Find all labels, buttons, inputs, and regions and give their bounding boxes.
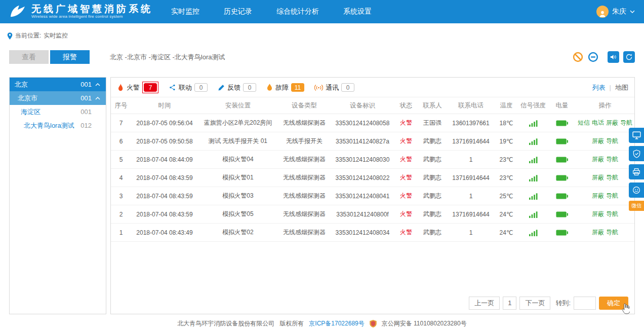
refresh-button[interactable] xyxy=(623,51,635,63)
signal-icon xyxy=(529,193,538,200)
tree-item-label: 北京 xyxy=(15,80,28,89)
prev-page-button[interactable]: 上一页 xyxy=(469,297,500,310)
tree-item-2[interactable]: 北京市001 xyxy=(10,91,106,105)
row-contact: 王国强 xyxy=(418,114,447,132)
view-list-link[interactable]: 列表 xyxy=(592,83,606,92)
nav-item-3[interactable]: 综合统计分析 xyxy=(276,7,319,16)
filter-count-wrap: 11 xyxy=(291,83,304,92)
table-row: 42018-07-04 08:43:59模拟火警01无线感烟探测器3353012… xyxy=(111,169,634,187)
current-page[interactable]: 1 xyxy=(503,297,516,310)
table-row: 62018-07-05 09:50:58测试 无线手报开关 01无线手报开关33… xyxy=(111,132,634,151)
next-page-button[interactable]: 下一页 xyxy=(519,297,550,310)
row-time: 2018-07-04 08:43:59 xyxy=(131,205,198,224)
row-signal xyxy=(518,169,548,187)
row-temp: 18℃ xyxy=(495,114,518,132)
printer-button[interactable] xyxy=(629,164,644,179)
row-contact: 武鹏志 xyxy=(418,169,447,187)
footer-icp-link[interactable]: 京ICP备17022689号 xyxy=(309,319,364,328)
chevron-down-icon xyxy=(630,10,635,13)
service-button[interactable] xyxy=(629,182,644,198)
column-header-9: 温度 xyxy=(495,97,518,114)
op-link[interactable]: 屏蔽 xyxy=(592,137,604,144)
column-header-11: 电量 xyxy=(548,97,576,114)
minus-circle-button[interactable] xyxy=(587,52,598,63)
breadcrumb-value: 实时监控 xyxy=(44,31,68,40)
nav-item-2[interactable]: 历史记录 xyxy=(224,7,252,16)
op-link[interactable]: 导航 xyxy=(606,210,618,217)
footer-police: 京公网安备 11010802023280号 xyxy=(382,319,467,328)
table-body: 72018-07-05 09:56:04蓝旗营小区2单元202房间无线感烟探测器… xyxy=(111,114,634,242)
printer-icon xyxy=(632,168,640,176)
row-signal xyxy=(518,132,548,151)
confirm-button[interactable]: 确定 xyxy=(599,297,628,310)
row-temp: 24℃ xyxy=(495,205,518,224)
op-link[interactable]: 导航 xyxy=(606,156,618,163)
wechat-tag[interactable]: 微信 xyxy=(629,201,644,211)
user-menu[interactable]: 朱庆 xyxy=(596,6,635,18)
view-map-link[interactable]: 地图 xyxy=(615,83,628,92)
tree-item-1[interactable]: 北京001 xyxy=(10,78,106,91)
op-link[interactable]: 短信 xyxy=(578,119,590,126)
tree-item-count: 012 xyxy=(80,122,92,129)
column-header-1: 序号 xyxy=(111,97,131,114)
tab-view[interactable]: 查看 xyxy=(9,50,49,64)
filter-linkage[interactable]: 联动0 xyxy=(169,83,208,92)
filter-feedback[interactable]: 反馈0 xyxy=(218,83,256,92)
row-ops: 屏蔽导航 xyxy=(576,224,634,242)
op-link[interactable]: 屏蔽 xyxy=(606,119,618,126)
column-header-3: 安装位置 xyxy=(198,97,278,114)
row-no: 7 xyxy=(111,114,131,132)
op-link[interactable]: 屏蔽 xyxy=(592,229,604,236)
op-link[interactable]: 导航 xyxy=(620,119,632,126)
footer-company: 北大青鸟环宇消防设备股份有限公司 xyxy=(177,319,274,328)
prohibit-button[interactable] xyxy=(572,52,583,63)
filter-fire[interactable]: 火警7 xyxy=(117,82,158,93)
filter-label: 反馈 xyxy=(227,83,240,92)
row-temp: 25℃ xyxy=(495,187,518,205)
filter-comm[interactable]: 通讯0 xyxy=(314,83,354,92)
region-tree: 北京001北京市001海淀区001北大青鸟lora测试012 xyxy=(9,77,106,314)
row-temp: 19℃ xyxy=(495,132,518,151)
op-link[interactable]: 导航 xyxy=(606,174,618,181)
op-link[interactable]: 屏蔽 xyxy=(592,192,604,199)
fire-icon xyxy=(117,84,124,92)
signal-icon xyxy=(529,120,538,127)
op-link[interactable]: 导航 xyxy=(606,229,618,236)
feedback-icon xyxy=(218,84,225,91)
op-link[interactable]: 屏蔽 xyxy=(592,156,604,163)
filter-count-wrap: 7 xyxy=(142,82,158,93)
filter-count: 0 xyxy=(243,83,256,92)
op-link[interactable]: 屏蔽 xyxy=(592,174,604,181)
table-row: 52018-07-04 08:44:09模拟火警04无线感烟探测器3353012… xyxy=(111,151,634,169)
row-battery xyxy=(548,169,576,187)
speaker-button[interactable] xyxy=(608,51,619,63)
row-phone: 13716914644 xyxy=(447,132,495,151)
shield-button[interactable] xyxy=(629,146,644,161)
tree-item-3[interactable]: 海淀区001 xyxy=(10,105,106,119)
op-link[interactable]: 电话 xyxy=(592,119,604,126)
monitor-button[interactable] xyxy=(629,128,644,143)
nav-item-4[interactable]: 系统设置 xyxy=(343,7,372,16)
row-phone: 1 xyxy=(447,187,495,205)
comm-icon xyxy=(314,84,323,91)
column-header-2: 时间 xyxy=(131,97,198,114)
nav-item-1[interactable]: 实时监控 xyxy=(171,7,199,16)
goto-page-input[interactable] xyxy=(574,297,596,310)
row-temp: 23℃ xyxy=(495,169,518,187)
shield-icon xyxy=(633,150,640,158)
alarm-panel: 火警7联动0反馈0故障11通讯0 列表 | 地图 序号时间安装位置设备类型设备标… xyxy=(110,77,635,314)
filter-count: 11 xyxy=(291,83,304,92)
location-pin-icon xyxy=(7,32,13,40)
column-header-8: 联系电话 xyxy=(447,97,495,114)
tab-alarm[interactable]: 报警 xyxy=(50,50,90,64)
op-link[interactable]: 导航 xyxy=(606,192,618,199)
tree-item-4[interactable]: 北大青鸟lora测试012 xyxy=(10,119,106,132)
view-switch: 列表 | 地图 xyxy=(592,83,628,92)
row-time: 2018-07-05 09:50:58 xyxy=(131,132,198,151)
op-link[interactable]: 导航 xyxy=(606,137,618,144)
row-status: 火警 xyxy=(394,114,418,132)
filter-fault[interactable]: 故障11 xyxy=(266,83,304,92)
row-ops: 屏蔽导航 xyxy=(576,187,634,205)
op-link[interactable]: 屏蔽 xyxy=(592,210,604,217)
row-phone: 1 xyxy=(447,224,495,242)
